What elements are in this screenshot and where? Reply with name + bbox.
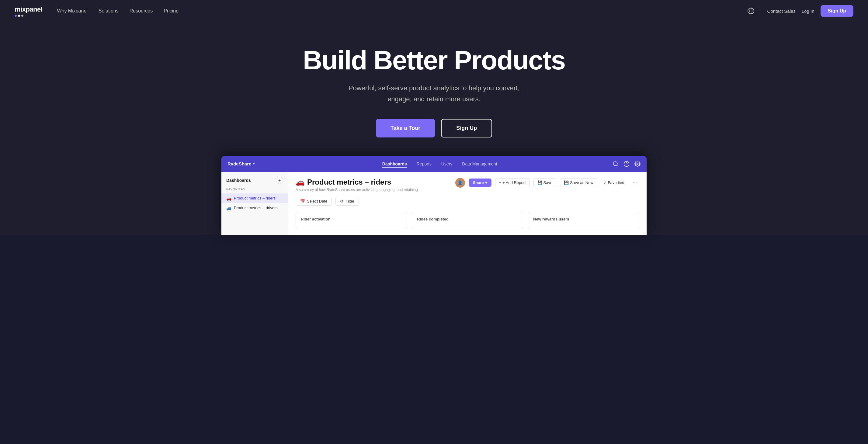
dashboard-header: 🚗 Product metrics – riders A summary of … <box>296 178 639 192</box>
sidebar-add-button[interactable]: + <box>276 177 283 184</box>
sidebar-title: Dashboards <box>226 178 251 183</box>
org-name[interactable]: RydeShare ▾ <box>227 161 254 166</box>
logo-dot-2 <box>18 14 20 17</box>
filter-button[interactable]: ⚙ Filter <box>336 197 359 205</box>
more-options-button[interactable]: ··· <box>630 179 639 187</box>
app-nav-dashboards[interactable]: Dashboards <box>382 161 407 167</box>
riders-icon: 🚗 <box>226 196 231 201</box>
svg-point-3 <box>614 161 617 165</box>
nav-divider <box>761 7 761 14</box>
app-top-icons <box>613 161 641 167</box>
svg-line-4 <box>617 165 618 166</box>
share-button[interactable]: Share ▾ <box>469 179 492 187</box>
contact-sales-link[interactable]: Contact Sales <box>767 8 795 14</box>
nav-signup-button[interactable]: Sign Up <box>820 5 854 17</box>
hero-title: Build Better Products <box>14 46 854 74</box>
nav-right: Contact Sales Log In Sign Up <box>747 5 854 17</box>
hero-buttons: Take a Tour Sign Up <box>14 119 854 137</box>
dashboard-title: 🚗 Product metrics – riders <box>296 178 418 186</box>
metric-card-rider-activation-title: Rider activation <box>301 217 402 221</box>
app-nav-reports[interactable]: Reports <box>417 161 432 166</box>
toolbar: 📅 Select Date ⚙ Filter <box>296 197 639 205</box>
org-chevron-icon: ▾ <box>253 162 254 165</box>
filter-icon: ⚙ <box>340 199 344 203</box>
app-sidebar: Dashboards + Favorites 🚗 Product metrics… <box>221 172 288 235</box>
dashboard-title-area: 🚗 Product metrics – riders A summary of … <box>296 178 418 192</box>
sidebar-item-drivers[interactable]: 🚙 Product metrics – drivers <box>221 203 288 213</box>
save-as-new-icon: 💾 <box>564 180 569 185</box>
avatar: 👤 <box>455 178 465 188</box>
sidebar-header: Dashboards + <box>221 177 288 188</box>
take-a-tour-button[interactable]: Take a Tour <box>376 119 435 137</box>
add-report-button[interactable]: + + Add Report <box>495 178 530 187</box>
drivers-icon: 🚙 <box>226 205 231 211</box>
hero-subtitle: Powerful, self-serve product analytics t… <box>343 83 525 104</box>
hero-signup-button[interactable]: Sign Up <box>441 119 492 137</box>
metric-card-rides-completed: Rides completed <box>412 212 523 229</box>
select-date-button[interactable]: 📅 Select Date <box>296 197 332 205</box>
nav-pricing[interactable]: Pricing <box>164 8 179 13</box>
save-as-new-button[interactable]: 💾 Save as New <box>560 178 597 187</box>
dashboard-subtitle: A summary of how RydeShare users are act… <box>296 188 418 192</box>
app-container: RydeShare ▾ Dashboards Reports Users Dat… <box>221 156 647 235</box>
dashboard-actions: 👤 Share ▾ + + Add Report 💾 Save <box>455 178 639 188</box>
sidebar-item-riders[interactable]: 🚗 Product metrics – riders <box>221 193 288 203</box>
add-report-icon: + <box>499 180 501 185</box>
sidebar-item-drivers-label: Product metrics – drivers <box>234 205 278 210</box>
app-main: 🚗 Product metrics – riders A summary of … <box>288 172 647 235</box>
svg-point-7 <box>637 163 639 164</box>
nav-why-mixpanel[interactable]: Why Mixpanel <box>57 8 87 13</box>
sidebar-item-riders-label: Product metrics – riders <box>234 196 276 200</box>
app-nav-users[interactable]: Users <box>441 161 453 166</box>
nav-links: Why Mixpanel Solutions Resources Pricing <box>57 8 747 14</box>
app-body: Dashboards + Favorites 🚗 Product metrics… <box>221 172 647 235</box>
metrics-grid: Rider activation Rides completed New rew… <box>296 212 639 229</box>
logo[interactable]: mixpanel <box>14 5 42 17</box>
favorited-button[interactable]: ✓ Favorited <box>601 179 627 187</box>
logo-dot-1 <box>14 14 17 17</box>
metric-card-rides-completed-title: Rides completed <box>417 217 518 221</box>
dashboard-title-text: Product metrics – riders <box>307 178 391 186</box>
main-nav: mixpanel Why Mixpanel Solutions Resource… <box>0 0 868 22</box>
sidebar-favorites-label: Favorites <box>221 188 288 193</box>
share-chevron-icon: ▾ <box>485 180 487 185</box>
calendar-icon: 📅 <box>300 199 305 203</box>
app-nav-links: Dashboards Reports Users Data Management <box>267 161 613 167</box>
settings-icon[interactable] <box>634 161 641 167</box>
logo-text: mixpanel <box>14 5 42 13</box>
org-name-label: RydeShare <box>227 161 251 166</box>
nav-solutions[interactable]: Solutions <box>98 8 119 13</box>
hero-section: Build Better Products Powerful, self-ser… <box>0 22 868 156</box>
search-icon[interactable] <box>613 161 619 167</box>
help-icon[interactable] <box>623 161 629 167</box>
nav-resources[interactable]: Resources <box>130 8 153 13</box>
save-button[interactable]: 💾 Save <box>533 178 557 187</box>
metric-card-rider-activation: Rider activation <box>296 212 407 229</box>
app-topbar: RydeShare ▾ Dashboards Reports Users Dat… <box>221 156 647 172</box>
dashboard-icon: 🚗 <box>296 178 305 186</box>
save-icon: 💾 <box>537 180 542 185</box>
logo-dot-3 <box>21 14 23 17</box>
metric-card-new-rewards-users-title: New rewards users <box>533 217 634 221</box>
app-nav-data-management[interactable]: Data Management <box>462 161 497 166</box>
metric-card-new-rewards-users: New rewards users <box>528 212 639 229</box>
app-preview: RydeShare ▾ Dashboards Reports Users Dat… <box>0 156 868 235</box>
globe-icon[interactable] <box>747 7 754 14</box>
log-in-link[interactable]: Log In <box>802 8 814 14</box>
